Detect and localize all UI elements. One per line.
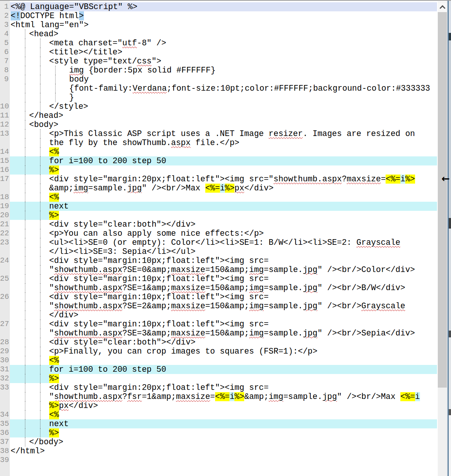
- line-number: [0, 401, 10, 410]
- code-text: <body>: [10, 120, 437, 129]
- code-line: 37</body>: [0, 437, 438, 447]
- line-number: 28: [0, 338, 10, 347]
- code-area[interactable]: 1<%@ Language="VBScript" %>2<!DOCTYPE ht…: [0, 2, 438, 465]
- code-line: 18<%: [0, 193, 438, 202]
- line-number: [0, 283, 10, 292]
- code-line: "showthumb.aspx?fsr=1&amp;maxsize=<%=i%>…: [0, 392, 438, 401]
- line-number: 11: [0, 111, 10, 120]
- code-line: 5<meta charset="utf-8" />: [0, 39, 438, 48]
- mouse-cursor-arrow-icon: ←: [442, 174, 450, 184]
- line-number: 25: [0, 274, 10, 283]
- line-number: 31: [0, 365, 10, 374]
- code-line: 24<div style="margin:10px;float:left"><i…: [0, 256, 438, 265]
- line-number: 37: [0, 437, 10, 447]
- code-line: the fly by the showThumb.aspx file.</p>: [0, 138, 438, 147]
- line-number: 16: [0, 165, 10, 175]
- code-line: 26<div style="margin:10px;float:left"><i…: [0, 292, 438, 301]
- background-window-sliver: [447, 1, 451, 476]
- code-text: "showthumb.aspx?SE=2&amp;maxsize=150&amp…: [10, 301, 437, 311]
- code-text: &amp;img=sample.jpg" /><br/>Max <%=i%>px…: [10, 184, 437, 193]
- code-line: 32%>: [0, 374, 438, 383]
- line-number: 24: [0, 256, 10, 265]
- code-line: 15for i=100 to 200 step 50: [0, 156, 438, 165]
- background-window-fragment: [449, 33, 451, 40]
- code-line: "showthumb.aspx?SE=2&amp;maxsize=150&amp…: [0, 301, 438, 311]
- code-line: 25<div style="margin:10px;float:left"><i…: [0, 274, 438, 283]
- background-window-fragment: [449, 337, 451, 409]
- code-text: <title></title>: [10, 48, 437, 57]
- background-window-fragment: [449, 409, 451, 415]
- code-text: </head>: [10, 111, 437, 120]
- line-number: 27: [0, 320, 10, 329]
- code-text: "showthumb.aspx?SE=0&amp;maxsize=150&amp…: [10, 265, 437, 274]
- code-text: next: [10, 419, 437, 428]
- code-line: 31for i=100 to 200 step 50: [0, 365, 438, 374]
- code-text: <p>You can also apply some nice effects:…: [10, 229, 437, 238]
- line-number: 26: [0, 292, 10, 301]
- line-number: 35: [0, 419, 10, 428]
- code-text: <p>This Classic ASP script uses a .NET I…: [10, 129, 437, 138]
- line-number: [0, 84, 10, 93]
- code-line: 20%>: [0, 211, 438, 220]
- chevron-up-icon: [440, 5, 446, 11]
- background-window-fragment: [449, 40, 451, 218]
- code-text: for i=100 to 200 step 50: [10, 365, 437, 374]
- line-number: [0, 301, 10, 311]
- code-text: <%@ Language="VBScript" %>: [10, 2, 437, 11]
- code-line: 23<ul><li>SE=0 (or empty): Color</li><li…: [0, 238, 438, 247]
- code-line: 36%>: [0, 428, 438, 437]
- line-number: 8: [0, 66, 10, 75]
- code-text: <head>: [10, 29, 437, 39]
- line-number: 7: [0, 57, 10, 66]
- scroll-up-button[interactable]: [438, 2, 447, 12]
- code-text: <ul><li>SE=0 (or empty): Color</li><li>S…: [10, 238, 437, 247]
- code-text: "showthumb.aspx?SE=3&amp;maxsize=150&amp…: [10, 329, 437, 338]
- background-window-fragment: [449, 229, 451, 331]
- code-line: 19next: [0, 202, 438, 211]
- code-text: <%: [10, 356, 437, 365]
- code-text: {font-family:Verdana;font-size:10pt;colo…: [10, 84, 437, 93]
- line-number: 38: [0, 447, 10, 456]
- line-number: 6: [0, 48, 10, 57]
- vertical-scrollbar[interactable]: [438, 2, 447, 476]
- code-line: "showthumb.aspx?SE=0&amp;maxsize=150&amp…: [0, 265, 438, 274]
- code-text: </style>: [10, 102, 437, 111]
- code-text: </body>: [10, 437, 437, 447]
- code-text: the fly by the showThumb.aspx file.</p>: [10, 138, 437, 147]
- line-number: 36: [0, 428, 10, 437]
- code-line: 9body: [0, 75, 438, 84]
- code-line: &amp;img=sample.jpg" /><br/>Max <%=i%>px…: [0, 184, 438, 193]
- code-line: 4<head>: [0, 29, 438, 39]
- line-number: 4: [0, 29, 10, 39]
- code-text: <meta charset="utf-8" />: [10, 39, 437, 48]
- code-line: 13<p>This Classic ASP script uses a .NET…: [0, 129, 438, 138]
- line-number: 21: [0, 220, 10, 229]
- code-line: 8img {border:5px solid #FFFFFF}: [0, 66, 438, 75]
- code-line: 30<%: [0, 356, 438, 365]
- background-window-fragment: [449, 415, 451, 476]
- code-line: </div>: [0, 311, 438, 320]
- code-line: %>px</div>: [0, 401, 438, 410]
- code-text: </div>: [10, 311, 437, 320]
- line-number: 23: [0, 238, 10, 247]
- line-number: 19: [0, 202, 10, 211]
- code-line: 10</style>: [0, 102, 438, 111]
- line-number: 17: [0, 175, 10, 184]
- line-number: 33: [0, 383, 10, 392]
- code-line: 6<title></title>: [0, 48, 438, 57]
- line-number: 32: [0, 374, 10, 383]
- code-line: 1<%@ Language="VBScript" %>: [0, 2, 438, 11]
- editor-window: 1<%@ Language="VBScript" %>2<!DOCTYPE ht…: [0, 0, 451, 476]
- code-line: 35next: [0, 419, 438, 428]
- code-text: %>px</div>: [10, 401, 437, 410]
- line-number: 5: [0, 39, 10, 48]
- line-number: 18: [0, 193, 10, 202]
- line-number: [0, 247, 10, 256]
- code-text: <div style="margin:20px;float:left"><img…: [10, 383, 437, 392]
- code-line: 39: [0, 456, 438, 465]
- line-number: 20: [0, 211, 10, 220]
- line-number: [0, 138, 10, 147]
- line-number: 22: [0, 229, 10, 238]
- scrollbar-thumb[interactable]: [438, 12, 447, 388]
- code-text: <div style="margin:10px;float:left"><img…: [10, 292, 437, 301]
